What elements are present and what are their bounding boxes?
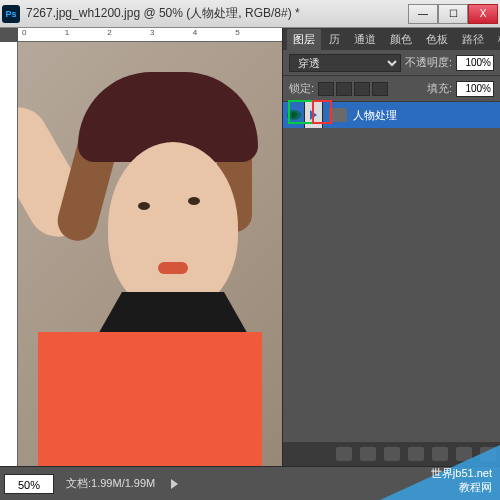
layer-name: 人物处理: [353, 108, 397, 123]
horizontal-ruler[interactable]: [18, 28, 282, 42]
app-icon: Ps: [2, 5, 20, 23]
blend-mode-select[interactable]: 穿透: [289, 54, 401, 72]
status-menu-icon[interactable]: [171, 479, 178, 489]
tab-layers[interactable]: 图层: [287, 29, 321, 50]
canvas[interactable]: [18, 42, 282, 466]
lock-label: 锁定:: [289, 81, 314, 96]
doc-size-label: 文档:1.99M/1.99M: [58, 476, 163, 491]
zoom-input[interactable]: 50%: [4, 474, 54, 494]
layer-mask-icon[interactable]: [384, 447, 400, 461]
tab-styles[interactable]: 样式: [492, 29, 500, 50]
link-layers-icon[interactable]: [336, 447, 352, 461]
minimize-button[interactable]: —: [408, 4, 438, 24]
delete-layer-icon[interactable]: [480, 447, 496, 461]
titlebar: Ps 7267.jpg_wh1200.jpg @ 50% (人物处理, RGB/…: [0, 0, 500, 28]
document-title: 7267.jpg_wh1200.jpg @ 50% (人物处理, RGB/8#)…: [26, 5, 408, 22]
tab-color[interactable]: 颜色: [384, 29, 418, 50]
fill-label: 填充:: [427, 81, 452, 96]
tab-swatches[interactable]: 色板: [420, 29, 454, 50]
blend-row: 穿透 不透明度:: [283, 50, 500, 76]
adjustment-layer-icon[interactable]: [408, 447, 424, 461]
layers-list[interactable]: 人物处理: [283, 102, 500, 442]
panel-tabs: 图层 历 通道 颜色 色板 路径 样式 动作: [283, 28, 500, 50]
status-bar: 50% 文档:1.99M/1.99M: [0, 466, 500, 500]
vertical-ruler[interactable]: [0, 42, 18, 466]
lock-all-icon[interactable]: [372, 82, 388, 96]
document-image: [18, 42, 282, 466]
new-group-icon[interactable]: [432, 447, 448, 461]
layers-panel: 图层 历 通道 颜色 色板 路径 样式 动作 穿透 不透明度: 锁定: 填充: …: [282, 28, 500, 466]
tab-channels[interactable]: 通道: [348, 29, 382, 50]
new-layer-icon[interactable]: [456, 447, 472, 461]
maximize-button[interactable]: ☐: [438, 4, 468, 24]
tab-history[interactable]: 历: [323, 29, 346, 50]
annotation-green-box: [288, 100, 314, 124]
layers-panel-footer: [283, 442, 500, 466]
fill-input[interactable]: [456, 81, 494, 97]
lock-row: 锁定: 填充:: [283, 76, 500, 102]
window-controls: — ☐ X: [408, 4, 498, 24]
opacity-input[interactable]: [456, 55, 494, 71]
annotation-red-box: [312, 100, 332, 124]
opacity-label: 不透明度:: [405, 55, 452, 70]
close-button[interactable]: X: [468, 4, 498, 24]
tab-paths[interactable]: 路径: [456, 29, 490, 50]
lock-pixels-icon[interactable]: [336, 82, 352, 96]
lock-transparency-icon[interactable]: [318, 82, 334, 96]
lock-position-icon[interactable]: [354, 82, 370, 96]
layer-style-icon[interactable]: [360, 447, 376, 461]
